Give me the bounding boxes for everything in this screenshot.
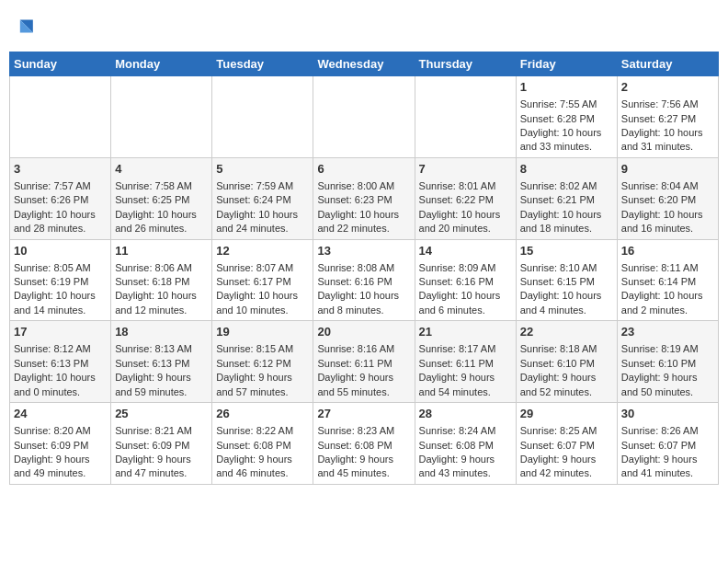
day-number: 19 (216, 324, 309, 340)
cell-content: 23Sunrise: 8:19 AM Sunset: 6:10 PM Dayli… (621, 324, 714, 399)
calendar-row-1: 3Sunrise: 7:57 AM Sunset: 6:26 PM Daylig… (10, 157, 719, 239)
calendar-cell: 28Sunrise: 8:24 AM Sunset: 6:08 PM Dayli… (415, 403, 516, 485)
cell-content: 24Sunrise: 8:20 AM Sunset: 6:09 PM Dayli… (14, 406, 107, 481)
day-number: 23 (621, 324, 714, 340)
calendar-cell: 29Sunrise: 8:25 AM Sunset: 6:07 PM Dayli… (516, 403, 617, 485)
cell-content: 17Sunrise: 8:12 AM Sunset: 6:13 PM Dayli… (14, 324, 107, 399)
day-number: 18 (115, 324, 208, 340)
calendar-cell: 19Sunrise: 8:15 AM Sunset: 6:12 PM Dayli… (212, 321, 313, 403)
day-number: 9 (621, 161, 714, 178)
calendar-cell: 21Sunrise: 8:17 AM Sunset: 6:11 PM Dayli… (415, 321, 516, 403)
cell-content: 18Sunrise: 8:13 AM Sunset: 6:13 PM Dayli… (115, 324, 208, 399)
day-number: 12 (216, 243, 309, 259)
calendar-row-3: 17Sunrise: 8:12 AM Sunset: 6:13 PM Dayli… (10, 321, 719, 403)
cell-content: 6Sunrise: 8:00 AM Sunset: 6:23 PM Daylig… (317, 161, 410, 236)
calendar-cell: 7Sunrise: 8:01 AM Sunset: 6:22 PM Daylig… (415, 157, 516, 239)
calendar-header-saturday: Saturday (617, 52, 718, 76)
day-number: 28 (419, 406, 512, 422)
calendar-row-4: 24Sunrise: 8:20 AM Sunset: 6:09 PM Dayli… (10, 403, 719, 485)
day-number: 26 (216, 406, 309, 422)
calendar-cell (313, 76, 415, 158)
day-number: 5 (216, 161, 309, 178)
calendar-header-thursday: Thursday (415, 52, 516, 76)
day-number: 17 (14, 324, 107, 340)
cell-content: 26Sunrise: 8:22 AM Sunset: 6:08 PM Dayli… (216, 406, 309, 481)
cell-content: 3Sunrise: 7:57 AM Sunset: 6:26 PM Daylig… (14, 161, 107, 236)
day-number: 3 (14, 161, 107, 178)
calendar-cell: 16Sunrise: 8:11 AM Sunset: 6:14 PM Dayli… (617, 239, 718, 321)
cell-content: 30Sunrise: 8:26 AM Sunset: 6:07 PM Dayli… (621, 406, 714, 481)
cell-content: 29Sunrise: 8:25 AM Sunset: 6:07 PM Dayli… (520, 406, 613, 481)
calendar-cell: 8Sunrise: 8:02 AM Sunset: 6:21 PM Daylig… (516, 157, 617, 239)
day-number: 15 (520, 243, 613, 259)
cell-content: 8Sunrise: 8:02 AM Sunset: 6:21 PM Daylig… (520, 161, 613, 236)
day-number: 22 (520, 324, 613, 340)
calendar-cell: 15Sunrise: 8:10 AM Sunset: 6:15 PM Dayli… (516, 239, 617, 321)
calendar-header-monday: Monday (111, 52, 212, 76)
cell-content: 27Sunrise: 8:23 AM Sunset: 6:08 PM Dayli… (317, 406, 410, 481)
calendar-cell: 5Sunrise: 7:59 AM Sunset: 6:24 PM Daylig… (212, 157, 313, 239)
calendar-cell: 24Sunrise: 8:20 AM Sunset: 6:09 PM Dayli… (10, 403, 111, 485)
day-number: 24 (14, 406, 107, 422)
cell-content: 15Sunrise: 8:10 AM Sunset: 6:15 PM Dayli… (520, 243, 613, 318)
calendar-cell: 13Sunrise: 8:08 AM Sunset: 6:16 PM Dayli… (313, 239, 415, 321)
day-number: 27 (317, 406, 410, 422)
calendar-cell: 25Sunrise: 8:21 AM Sunset: 6:09 PM Dayli… (111, 403, 212, 485)
calendar-cell: 14Sunrise: 8:09 AM Sunset: 6:16 PM Dayli… (415, 239, 516, 321)
day-number: 14 (419, 243, 512, 259)
cell-content: 16Sunrise: 8:11 AM Sunset: 6:14 PM Dayli… (621, 243, 714, 318)
cell-content: 12Sunrise: 8:07 AM Sunset: 6:17 PM Dayli… (216, 243, 309, 318)
calendar-cell: 12Sunrise: 8:07 AM Sunset: 6:17 PM Dayli… (212, 239, 313, 321)
day-number: 16 (621, 243, 714, 259)
cell-content: 19Sunrise: 8:15 AM Sunset: 6:12 PM Dayli… (216, 324, 309, 399)
calendar-cell (10, 76, 111, 158)
day-number: 29 (520, 406, 613, 422)
logo-icon (11, 15, 37, 40)
calendar-header-tuesday: Tuesday (212, 52, 313, 76)
day-number: 7 (419, 161, 512, 178)
cell-content: 13Sunrise: 8:08 AM Sunset: 6:16 PM Dayli… (317, 243, 410, 318)
day-number: 6 (317, 161, 410, 178)
cell-content: 2Sunrise: 7:56 AM Sunset: 6:27 PM Daylig… (621, 79, 714, 155)
cell-content: 28Sunrise: 8:24 AM Sunset: 6:08 PM Dayli… (419, 406, 512, 481)
cell-content: 10Sunrise: 8:05 AM Sunset: 6:19 PM Dayli… (14, 243, 107, 318)
cell-content: 20Sunrise: 8:16 AM Sunset: 6:11 PM Dayli… (317, 324, 410, 399)
cell-content: 21Sunrise: 8:17 AM Sunset: 6:11 PM Dayli… (419, 324, 512, 399)
cell-content: 14Sunrise: 8:09 AM Sunset: 6:16 PM Dayli… (419, 243, 512, 318)
calendar-cell: 11Sunrise: 8:06 AM Sunset: 6:18 PM Dayli… (111, 239, 212, 321)
calendar-cell: 3Sunrise: 7:57 AM Sunset: 6:26 PM Daylig… (10, 157, 111, 239)
day-number: 4 (115, 161, 208, 178)
calendar-header-wednesday: Wednesday (313, 52, 415, 76)
calendar-header-sunday: Sunday (10, 52, 111, 76)
day-number: 11 (115, 243, 208, 259)
day-number: 13 (317, 243, 410, 259)
calendar-cell: 23Sunrise: 8:19 AM Sunset: 6:10 PM Dayli… (617, 321, 718, 403)
calendar-cell: 10Sunrise: 8:05 AM Sunset: 6:19 PM Dayli… (10, 239, 111, 321)
cell-content: 4Sunrise: 7:58 AM Sunset: 6:25 PM Daylig… (115, 161, 208, 236)
day-number: 1 (520, 79, 613, 96)
calendar-cell: 2Sunrise: 7:56 AM Sunset: 6:27 PM Daylig… (617, 76, 718, 158)
calendar-cell: 30Sunrise: 8:26 AM Sunset: 6:07 PM Dayli… (617, 403, 718, 485)
calendar-cell (415, 76, 516, 158)
cell-content: 1Sunrise: 7:55 AM Sunset: 6:28 PM Daylig… (520, 79, 613, 155)
calendar-cell: 4Sunrise: 7:58 AM Sunset: 6:25 PM Daylig… (111, 157, 212, 239)
calendar-cell: 17Sunrise: 8:12 AM Sunset: 6:13 PM Dayli… (10, 321, 111, 403)
calendar-cell: 18Sunrise: 8:13 AM Sunset: 6:13 PM Dayli… (111, 321, 212, 403)
cell-content: 9Sunrise: 8:04 AM Sunset: 6:20 PM Daylig… (621, 161, 714, 236)
calendar-cell: 20Sunrise: 8:16 AM Sunset: 6:11 PM Dayli… (313, 321, 415, 403)
calendar-cell: 1Sunrise: 7:55 AM Sunset: 6:28 PM Daylig… (516, 76, 617, 158)
day-number: 8 (520, 161, 613, 178)
cell-content: 11Sunrise: 8:06 AM Sunset: 6:18 PM Dayli… (115, 243, 208, 318)
day-number: 2 (621, 79, 714, 96)
calendar-cell (212, 76, 313, 158)
calendar-row-0: 1Sunrise: 7:55 AM Sunset: 6:28 PM Daylig… (10, 76, 719, 158)
logo (9, 15, 37, 44)
calendar-table: SundayMondayTuesdayWednesdayThursdayFrid… (9, 52, 719, 485)
cell-content: 5Sunrise: 7:59 AM Sunset: 6:24 PM Daylig… (216, 161, 309, 236)
calendar-header-row: SundayMondayTuesdayWednesdayThursdayFrid… (10, 52, 719, 76)
cell-content: 7Sunrise: 8:01 AM Sunset: 6:22 PM Daylig… (419, 161, 512, 236)
cell-content: 25Sunrise: 8:21 AM Sunset: 6:09 PM Dayli… (115, 406, 208, 481)
day-number: 25 (115, 406, 208, 422)
calendar-cell (111, 76, 212, 158)
header (9, 9, 719, 44)
